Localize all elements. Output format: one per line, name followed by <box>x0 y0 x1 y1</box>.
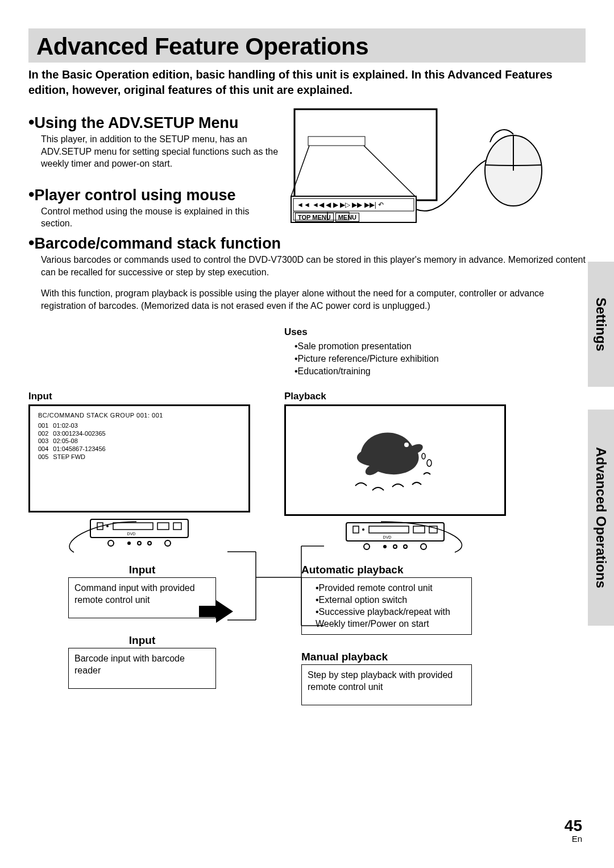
section-heading-mouse: Player control using mouse <box>28 185 279 204</box>
svg-point-24 <box>427 460 432 466</box>
screen-title: BC/COMMAND STACK GROUP 001: 001 <box>38 412 240 420</box>
svg-rect-30 <box>413 526 425 533</box>
box-heading-input1: Input <box>68 564 216 576</box>
manual-page: Advanced Feature Operations In the Basic… <box>0 0 614 868</box>
tab-settings: Settings <box>588 262 614 387</box>
svg-rect-0 <box>294 109 437 200</box>
svg-rect-14 <box>113 523 153 530</box>
box-body-auto: Provided remote control unit External op… <box>301 577 472 635</box>
svg-point-23 <box>404 443 409 447</box>
svg-line-3 <box>364 146 415 196</box>
svg-point-25 <box>422 453 425 459</box>
svg-rect-31 <box>429 526 437 533</box>
svg-text:◄◄ ◄◀ ◀ ▶ ▶▷ ▶▶ ▶▶| ↶: ◄◄ ◄◀ ◀ ▶ ▶▷ ▶▶ ▶▶| ↶ <box>297 201 384 209</box>
intro-text: In the Basic Operation edition, basic ha… <box>28 67 586 98</box>
auto-item: Successive playback/repeat with Weekly t… <box>316 606 466 630</box>
page-title: Advanced Feature Operations <box>36 33 578 60</box>
svg-point-22 <box>165 540 171 546</box>
use-item: Picture reference/Picture exhibition <box>294 353 546 365</box>
page-number: 45 <box>565 818 582 834</box>
svg-text:DVD: DVD <box>383 535 392 539</box>
page-number-block: 45 En <box>565 818 582 844</box>
use-item: Education/training <box>294 365 546 378</box>
box-body-input1: Command input with provided remote contr… <box>68 577 216 618</box>
svg-point-18 <box>108 540 114 546</box>
box-body-manual: Step by step playback with provided remo… <box>301 664 472 705</box>
svg-point-20 <box>138 542 141 545</box>
box-heading-manual: Manual playback <box>301 651 472 663</box>
svg-rect-15 <box>157 523 169 530</box>
command-stack-table: 00101:02-03 00203:001234-002365 00302:05… <box>38 422 110 461</box>
svg-point-35 <box>393 545 397 548</box>
svg-point-21 <box>148 542 151 545</box>
section-body-barcode-1: Various barcodes or commands used to con… <box>41 254 586 278</box>
box-body-input2: Barcode input with barcode reader <box>68 648 216 689</box>
section-heading-advsetup: Using the ADV.SETUP Menu <box>28 113 279 132</box>
svg-rect-29 <box>369 526 409 533</box>
auto-item: Provided remote control unit <box>316 582 466 594</box>
svg-text:DVD: DVD <box>127 532 136 536</box>
input-label: Input <box>28 391 250 402</box>
device-icon: DVD <box>28 516 250 548</box>
side-tabs: Settings Advanced Operations <box>588 262 614 626</box>
svg-marker-38 <box>199 600 233 623</box>
svg-point-28 <box>362 528 364 531</box>
uses-heading: Uses <box>284 326 546 338</box>
svg-point-19 <box>127 542 131 545</box>
title-bar: Advanced Feature Operations <box>28 28 586 63</box>
language-code: En <box>572 834 582 844</box>
playback-label: Playback <box>284 391 506 402</box>
auto-item: External option switch <box>316 594 466 606</box>
section-body-barcode-2: With this function, program playback is … <box>41 287 586 312</box>
uses-list: Sale promotion presentation Picture refe… <box>284 340 546 377</box>
svg-rect-1 <box>308 137 365 146</box>
device-icon: DVD <box>284 519 506 551</box>
svg-rect-12 <box>97 523 103 530</box>
mouse-diagram: ◄◄ ◄◀ ◀ ▶ ▶▷ ▶▶ ▶▶| ↶ TOP MENUMENU <box>289 108 586 239</box>
top-menu-button: TOP MENU <box>295 213 334 222</box>
svg-rect-27 <box>353 526 359 533</box>
playback-screen <box>284 404 506 516</box>
svg-point-33 <box>364 544 370 549</box>
svg-point-34 <box>383 545 387 548</box>
svg-point-13 <box>106 525 109 527</box>
svg-rect-16 <box>173 523 181 530</box>
section-body-advsetup: This player, in addition to the SETUP me… <box>41 133 279 170</box>
command-stack-screen: BC/COMMAND STACK GROUP 001: 001 00101:02… <box>28 404 250 512</box>
box-heading-input2: Input <box>68 634 216 647</box>
section-body-mouse: Control method using the mouse is explai… <box>41 205 279 230</box>
svg-point-37 <box>421 544 426 549</box>
tab-advanced-operations: Advanced Operations <box>588 410 614 626</box>
box-heading-auto: Automatic playback <box>301 564 472 576</box>
menu-button: MENU <box>335 213 359 222</box>
use-item: Sale promotion presentation <box>294 340 546 353</box>
svg-point-36 <box>404 545 407 548</box>
arrow-right-icon <box>199 600 233 623</box>
